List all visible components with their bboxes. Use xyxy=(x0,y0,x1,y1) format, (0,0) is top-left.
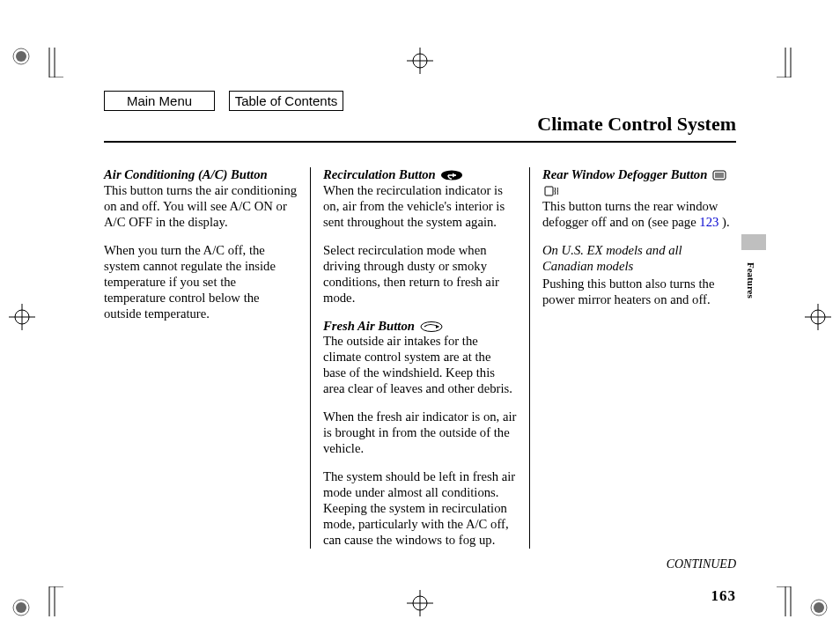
defogger-para-2: Pushing this button also turns the power… xyxy=(542,276,736,308)
fresh-air-icon xyxy=(420,321,443,332)
fresh-air-para-2: When the fresh air indicator is on, air … xyxy=(323,409,517,457)
ac-button-section: Air Conditioning (A/C) Button This butto… xyxy=(104,167,298,231)
defogger-section: Rear Window Defogger Button This button … xyxy=(542,167,736,231)
section-tab: Features xyxy=(741,236,761,302)
svg-rect-38 xyxy=(545,187,553,195)
recirc-para-2: Select recirculation mode when driving t… xyxy=(323,243,517,306)
recirc-heading: Recirculation Button xyxy=(323,167,436,181)
defogger-model-note: On U.S. EX models and all Canadian model… xyxy=(542,243,736,275)
defogger-para-1b: ). xyxy=(718,215,729,229)
title-rule xyxy=(104,141,736,143)
svg-point-1 xyxy=(16,51,26,62)
top-nav: Main Menu Table of Contents xyxy=(104,91,343,111)
rear-defogger-icon xyxy=(712,170,726,181)
svg-point-9 xyxy=(16,602,26,613)
continued-label: CONTINUED xyxy=(104,557,736,571)
page-number: 163 xyxy=(104,587,736,605)
column-3: Rear Window Defogger Button This button … xyxy=(529,167,736,549)
defogger-page-link[interactable]: 123 xyxy=(699,215,718,229)
ac-button-para-2: When you turn the A/C off, the system ca… xyxy=(104,243,298,322)
column-2: Recirculation Button When the recirculat… xyxy=(310,167,517,549)
recirc-section: Recirculation Button When the recirculat… xyxy=(323,167,517,231)
svg-point-14 xyxy=(814,602,824,613)
svg-marker-33 xyxy=(436,325,439,328)
fresh-air-para-1: The outside air intakes for the climate … xyxy=(323,334,512,395)
section-tab-label: Features xyxy=(746,262,756,299)
page-title: Climate Control System xyxy=(104,113,736,136)
section-tab-bar xyxy=(741,234,766,250)
register-mark-right xyxy=(805,304,831,330)
fresh-air-para-3: The system should be left in fresh air m… xyxy=(323,469,517,549)
crop-mark-bottom-right xyxy=(777,586,831,616)
register-mark-top xyxy=(407,48,433,74)
register-mark-left xyxy=(9,304,35,330)
crop-mark-top-right xyxy=(777,48,831,77)
defogger-para-1a: This button turns the rear window defogg… xyxy=(542,199,718,229)
fresh-air-heading: Fresh Air Button xyxy=(323,319,415,333)
recirculation-icon xyxy=(440,170,463,181)
mirror-heater-icon xyxy=(544,186,558,196)
column-1: Air Conditioning (A/C) Button This butto… xyxy=(104,167,298,549)
crop-mark-top-left xyxy=(9,48,63,77)
content-columns: Air Conditioning (A/C) Button This butto… xyxy=(104,167,736,549)
page-content: Climate Control System Air Conditioning … xyxy=(104,113,736,605)
recirc-para-1: When the recirculation indicator is on, … xyxy=(323,183,505,229)
defogger-heading: Rear Window Defogger Button xyxy=(542,167,707,181)
ac-button-para-1: This button turns the air conditioning o… xyxy=(104,183,297,229)
crop-mark-bottom-left xyxy=(9,586,63,616)
ac-button-heading: Air Conditioning (A/C) Button xyxy=(104,167,268,181)
main-menu-button[interactable]: Main Menu xyxy=(104,91,215,111)
fresh-air-section: Fresh Air Button The outside air intakes… xyxy=(323,319,517,398)
table-of-contents-button[interactable]: Table of Contents xyxy=(229,91,343,111)
